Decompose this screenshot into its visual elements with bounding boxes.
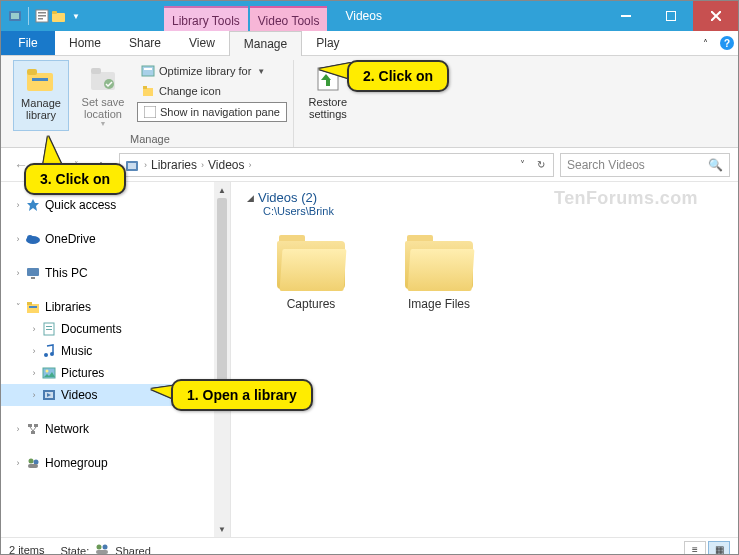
crumb-videos[interactable]: Videos bbox=[208, 158, 244, 172]
tree-libraries[interactable]: ˅ Libraries bbox=[1, 296, 230, 318]
callout-3: 3. Click on bbox=[24, 163, 126, 195]
tree-music[interactable]: › Music bbox=[1, 340, 230, 362]
share-tab-label: Share bbox=[129, 36, 161, 50]
address-dropdown-button[interactable]: ˅ bbox=[516, 159, 529, 170]
collapse-ribbon-button[interactable]: ˄ bbox=[694, 31, 716, 55]
tree-quick-access[interactable]: › Quick access bbox=[1, 194, 230, 216]
library-tools-label: Library Tools bbox=[172, 14, 240, 28]
svg-point-53 bbox=[97, 544, 102, 549]
scroll-down-icon[interactable]: ▼ bbox=[214, 521, 230, 537]
svg-rect-26 bbox=[128, 163, 136, 169]
minimize-button[interactable] bbox=[603, 1, 648, 31]
videos-library-icon bbox=[7, 8, 23, 24]
tree-homegroup[interactable]: › Homegroup bbox=[1, 452, 230, 474]
crumb-sep-icon: › bbox=[249, 160, 252, 170]
help-button[interactable]: ? bbox=[716, 31, 738, 55]
documents-icon bbox=[41, 321, 57, 337]
folder-icon bbox=[403, 235, 475, 291]
svg-rect-32 bbox=[27, 304, 39, 313]
folder-label: Image Files bbox=[408, 297, 470, 311]
svg-line-49 bbox=[33, 427, 36, 431]
navigation-pane: › Quick access › OneDrive › This PC ˅ Li… bbox=[1, 182, 231, 537]
change-icon-button[interactable]: Change icon bbox=[137, 82, 287, 100]
expand-arrow-icon[interactable]: › bbox=[11, 268, 25, 278]
maximize-button[interactable] bbox=[648, 1, 693, 31]
expand-arrow-icon[interactable]: › bbox=[11, 424, 25, 434]
this-pc-icon bbox=[25, 265, 41, 281]
svg-rect-12 bbox=[27, 73, 53, 91]
icons-view-button[interactable]: ▦ bbox=[708, 541, 730, 556]
optimize-library-button[interactable]: Optimize library for ▼ bbox=[137, 62, 287, 80]
file-tab[interactable]: File bbox=[1, 31, 55, 55]
svg-rect-36 bbox=[46, 326, 52, 327]
svg-rect-9 bbox=[666, 11, 676, 21]
location-icon bbox=[124, 157, 140, 173]
tree-label: Network bbox=[45, 422, 89, 436]
manage-tab[interactable]: Manage bbox=[229, 31, 302, 56]
expand-arrow-icon[interactable]: › bbox=[27, 346, 41, 356]
music-icon bbox=[41, 343, 57, 359]
folder-captures[interactable]: Captures bbox=[263, 235, 359, 311]
expand-arrow-icon[interactable]: › bbox=[11, 200, 25, 210]
properties-icon[interactable] bbox=[34, 8, 50, 24]
refresh-button[interactable]: ↻ bbox=[533, 159, 549, 170]
address-bar[interactable]: › Libraries › Videos › ˅ ↻ bbox=[119, 153, 554, 177]
onedrive-icon bbox=[25, 231, 41, 247]
expand-arrow-icon[interactable]: › bbox=[27, 368, 41, 378]
home-tab-label: Home bbox=[69, 36, 101, 50]
show-nav-label: Show in navigation pane bbox=[160, 106, 280, 118]
crumb-sep-icon: › bbox=[144, 160, 147, 170]
search-box[interactable]: Search Videos 🔍 bbox=[560, 153, 730, 177]
icons-view-icon: ▦ bbox=[715, 544, 724, 555]
collapse-arrow-icon[interactable]: ˅ bbox=[11, 302, 25, 312]
navpane-scrollbar[interactable]: ▲ ▼ bbox=[214, 182, 230, 537]
share-tab[interactable]: Share bbox=[115, 31, 175, 55]
library-tools-tab[interactable]: Library Tools bbox=[164, 6, 248, 31]
ribbon-group-label-empty bbox=[300, 131, 356, 147]
callout-label: 2. Click on bbox=[363, 68, 433, 84]
minimize-icon bbox=[621, 11, 631, 21]
svg-rect-37 bbox=[46, 329, 52, 330]
title-bar: ▼ Library Tools Video Tools Videos bbox=[1, 1, 738, 31]
qat-dropdown-icon[interactable]: ▼ bbox=[68, 8, 84, 24]
status-state: State: Shared bbox=[60, 543, 150, 556]
network-icon bbox=[25, 421, 41, 437]
search-icon: 🔍 bbox=[708, 158, 723, 172]
tree-this-pc[interactable]: › This PC bbox=[1, 262, 230, 284]
expand-arrow-icon[interactable]: › bbox=[27, 390, 41, 400]
folder-image-files[interactable]: Image Files bbox=[391, 235, 487, 311]
folder-icon bbox=[275, 235, 347, 291]
set-save-location-button[interactable]: Set save location ▼ bbox=[75, 60, 131, 131]
svg-rect-5 bbox=[38, 18, 43, 20]
ribbon-group-manage: Manage library Set save location ▼ Optim… bbox=[7, 60, 294, 147]
home-tab[interactable]: Home bbox=[55, 31, 115, 55]
scroll-up-icon[interactable]: ▲ bbox=[214, 182, 230, 198]
tree-label: Pictures bbox=[61, 366, 104, 380]
chevron-up-icon: ˄ bbox=[703, 38, 708, 49]
show-in-navigation-pane-checkbox[interactable]: Show in navigation pane bbox=[137, 102, 287, 122]
expand-arrow-icon[interactable]: › bbox=[11, 458, 25, 468]
tree-documents[interactable]: › Documents bbox=[1, 318, 230, 340]
svg-rect-30 bbox=[27, 268, 39, 276]
view-tab[interactable]: View bbox=[175, 31, 229, 55]
svg-rect-52 bbox=[28, 464, 38, 468]
play-tab-label: Play bbox=[316, 36, 339, 50]
details-view-button[interactable]: ≡ bbox=[684, 541, 706, 556]
manage-library-button[interactable]: Manage library bbox=[13, 60, 69, 131]
tree-network[interactable]: › Network bbox=[1, 418, 230, 440]
scroll-thumb[interactable] bbox=[217, 198, 227, 398]
tree-label: Videos bbox=[61, 388, 97, 402]
video-tools-tab[interactable]: Video Tools bbox=[250, 6, 328, 31]
tree-label: OneDrive bbox=[45, 232, 96, 246]
expand-arrow-icon[interactable]: › bbox=[27, 324, 41, 334]
crumb-sep-icon: › bbox=[201, 160, 204, 170]
optimize-label: Optimize library for bbox=[159, 65, 251, 77]
close-button[interactable] bbox=[693, 1, 738, 31]
play-tab[interactable]: Play bbox=[302, 31, 353, 55]
optimize-icon bbox=[141, 64, 155, 78]
crumb-libraries[interactable]: Libraries bbox=[151, 158, 197, 172]
expand-arrow-icon[interactable]: › bbox=[11, 234, 25, 244]
svg-rect-55 bbox=[96, 550, 108, 554]
tree-onedrive[interactable]: › OneDrive bbox=[1, 228, 230, 250]
new-folder-icon[interactable] bbox=[51, 8, 67, 24]
